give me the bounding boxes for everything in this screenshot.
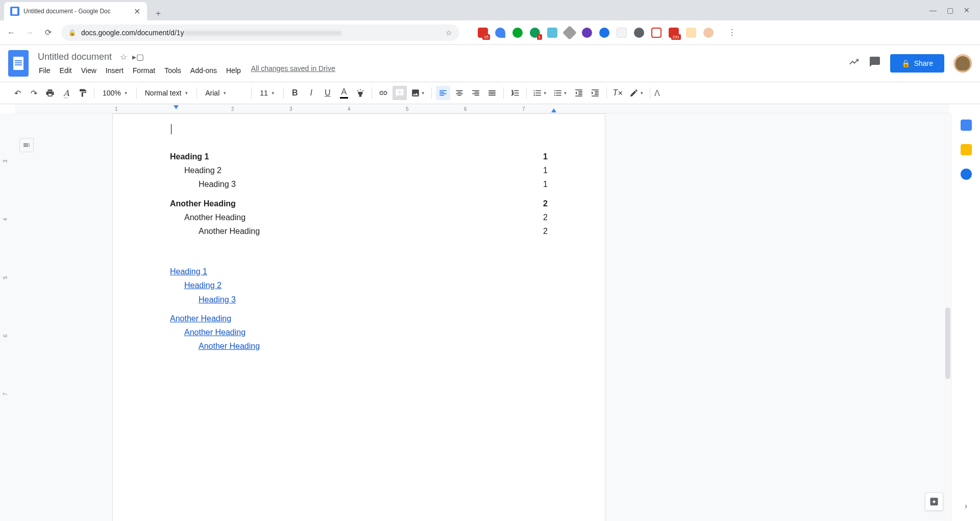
align-center-button[interactable] xyxy=(452,86,467,100)
show-outline-button[interactable] xyxy=(19,138,34,152)
account-avatar[interactable] xyxy=(953,54,972,73)
share-button[interactable]: 🔒 Share xyxy=(890,54,944,73)
back-button[interactable]: ← xyxy=(6,28,16,38)
underline-button[interactable]: U xyxy=(321,86,335,100)
calendar-sidebar-icon[interactable] xyxy=(961,120,972,131)
clear-formatting-button[interactable]: T✕ xyxy=(611,86,626,100)
reload-button[interactable]: ⟳ xyxy=(43,28,53,38)
extensions-area: 15 1 231 xyxy=(478,28,714,38)
ext-evernote-icon[interactable] xyxy=(512,28,523,38)
minimize-icon[interactable]: — xyxy=(929,6,937,14)
menu-tools[interactable]: Tools xyxy=(160,64,185,77)
scrollbar-thumb[interactable] xyxy=(945,307,950,379)
align-right-button[interactable] xyxy=(469,86,483,100)
ext-calendar-icon[interactable]: 15 xyxy=(478,28,488,38)
insert-comment-button[interactable] xyxy=(393,86,407,100)
menu-view[interactable]: View xyxy=(77,64,101,77)
forward-button[interactable]: → xyxy=(24,28,35,38)
vertical-ruler[interactable]: 3 4 5 6 7 xyxy=(0,113,15,521)
comments-icon[interactable] xyxy=(869,56,881,71)
ext-green-icon[interactable]: 1 xyxy=(530,28,540,38)
insert-image-button[interactable]: ▼ xyxy=(409,86,427,100)
right-indent-marker[interactable] xyxy=(551,108,556,112)
collapse-toolbar-icon[interactable]: ᐱ xyxy=(654,88,660,98)
font-size-dropdown[interactable]: 11▼ xyxy=(256,86,279,100)
ext-square-icon[interactable] xyxy=(617,28,627,38)
ext-gray-icon[interactable] xyxy=(562,25,577,39)
editing-mode-button[interactable]: ▼ xyxy=(627,86,646,100)
star-document-icon[interactable]: ☆ xyxy=(120,52,127,62)
italic-button[interactable]: I xyxy=(304,86,318,100)
undo-button[interactable]: ↶ xyxy=(10,86,24,100)
toc-link[interactable]: Another Heading xyxy=(170,339,548,353)
explore-button[interactable] xyxy=(925,492,943,511)
maximize-icon[interactable]: ▢ xyxy=(947,6,953,14)
document-page[interactable]: Heading 11 Heading 21 Heading 31 Another… xyxy=(112,113,605,521)
ext-face-icon[interactable] xyxy=(686,28,696,38)
toc-link[interactable]: Heading 3 xyxy=(170,293,548,306)
toc-link[interactable]: Another Heading xyxy=(170,312,548,325)
paint-format-button[interactable] xyxy=(76,86,90,100)
close-window-icon[interactable]: ✕ xyxy=(964,6,970,14)
increase-indent-button[interactable] xyxy=(588,86,602,100)
menu-insert[interactable]: Insert xyxy=(102,64,128,77)
document-title[interactable]: Untitled document xyxy=(35,51,115,63)
toc-link[interactable]: Heading 1 xyxy=(170,265,548,278)
save-status[interactable]: All changes saved in Drive xyxy=(251,64,335,77)
menu-format[interactable]: Format xyxy=(129,64,159,77)
keep-sidebar-icon[interactable] xyxy=(961,144,972,155)
align-left-button[interactable] xyxy=(436,86,450,100)
decrease-indent-button[interactable] xyxy=(572,86,586,100)
menu-edit[interactable]: Edit xyxy=(56,64,76,77)
toc-entry[interactable]: Heading 11 xyxy=(170,150,548,163)
horizontal-ruler[interactable]: 1 2 3 4 5 6 7 xyxy=(15,104,949,113)
ext-shield-icon[interactable] xyxy=(651,28,662,38)
text-color-button[interactable]: A xyxy=(337,86,351,100)
redo-button[interactable]: ↷ xyxy=(27,86,41,100)
menu-help[interactable]: Help xyxy=(222,64,245,77)
close-tab-icon[interactable]: ✕ xyxy=(133,7,141,15)
ext-purple-icon[interactable] xyxy=(582,28,592,38)
move-document-icon[interactable]: ▸▢ xyxy=(132,52,144,62)
ext-avatar-icon[interactable] xyxy=(703,28,714,38)
toc-with-page-numbers: Heading 11 Heading 21 Heading 31 Another… xyxy=(170,150,548,238)
highlight-button[interactable] xyxy=(353,86,368,100)
spellcheck-button[interactable]: A̲ xyxy=(59,86,74,100)
toc-entry[interactable]: Heading 21 xyxy=(170,163,548,177)
toc-link[interactable]: Heading 2 xyxy=(170,278,548,292)
toc-entry[interactable]: Another Heading2 xyxy=(170,210,548,224)
bookmark-star-icon[interactable]: ☆ xyxy=(446,29,452,37)
line-spacing-button[interactable] xyxy=(508,86,522,100)
address-bar[interactable]: 🔒 docs.google.com/document/d/1yxxxxxxxxx… xyxy=(61,25,459,41)
ext-y-icon[interactable] xyxy=(495,28,505,38)
bold-button[interactable]: B xyxy=(288,86,302,100)
ext-dark-icon[interactable] xyxy=(634,28,644,38)
ext-blue-icon[interactable] xyxy=(547,28,557,38)
activity-icon[interactable] xyxy=(848,56,860,70)
toc-entry[interactable]: Another Heading2 xyxy=(170,224,548,238)
insert-link-button[interactable] xyxy=(376,86,390,100)
document-canvas: 3 4 5 6 7 Heading 11 Heading 21 Heading … xyxy=(0,113,980,521)
browser-tab[interactable]: Untitled document - Google Doc ✕ xyxy=(4,2,147,20)
tasks-sidebar-icon[interactable] xyxy=(961,169,972,180)
menu-file[interactable]: File xyxy=(35,64,55,77)
toc-entry[interactable]: Another Heading2 xyxy=(170,197,548,210)
docs-home-logo[interactable] xyxy=(8,50,29,77)
new-tab-button[interactable]: ＋ xyxy=(151,6,165,20)
menu-addons[interactable]: Add-ons xyxy=(186,64,221,77)
align-justify-button[interactable] xyxy=(485,86,499,100)
bulleted-list-button[interactable]: ▼ xyxy=(551,86,570,100)
browser-tab-strip: Untitled document - Google Doc ✕ ＋ — ▢ ✕ xyxy=(0,0,980,20)
ext-abp-icon[interactable]: 231 xyxy=(669,28,679,38)
browser-menu-icon[interactable]: ⋮ xyxy=(728,28,736,37)
toc-entry[interactable]: Heading 31 xyxy=(170,177,548,191)
toc-link[interactable]: Another Heading xyxy=(170,325,548,339)
expand-side-panel-icon[interactable]: › xyxy=(965,502,967,511)
numbered-list-button[interactable]: ▼ xyxy=(531,86,549,100)
font-dropdown[interactable]: Arial▼ xyxy=(201,86,247,100)
left-indent-marker[interactable] xyxy=(174,105,179,109)
ext-circle-icon[interactable] xyxy=(599,28,609,38)
zoom-dropdown[interactable]: 100%▼ xyxy=(99,86,132,100)
paragraph-style-dropdown[interactable]: Normal text▼ xyxy=(141,86,193,100)
print-button[interactable] xyxy=(43,86,57,100)
